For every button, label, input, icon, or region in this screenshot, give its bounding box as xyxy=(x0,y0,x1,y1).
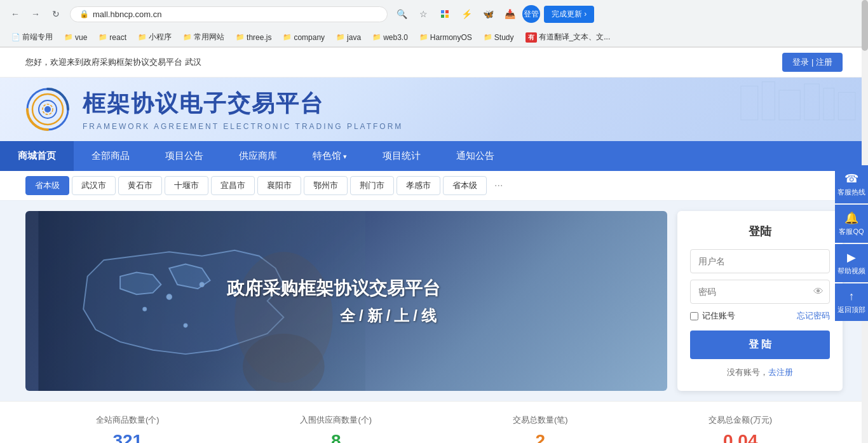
region-btn-jingmen[interactable]: 荆门市 xyxy=(350,176,394,195)
address-bar[interactable]: 🔒 mall.hbncp.com.cn xyxy=(70,6,388,22)
nav-item-suppliers[interactable]: 供应商库 xyxy=(221,141,295,171)
region-btn-province[interactable]: 省本级 xyxy=(25,176,69,195)
login-box-title: 登陆 xyxy=(690,224,830,239)
nav-item-featured[interactable]: 特色馆 xyxy=(295,141,365,171)
password-input-wrap: 👁 xyxy=(690,280,830,304)
login-button[interactable]: 登 陆 xyxy=(690,331,830,359)
region-btn-yichang[interactable]: 宜昌市 xyxy=(211,176,255,195)
refresh-button[interactable]: ↻ xyxy=(47,5,65,23)
search-browser-icon[interactable]: 🔍 xyxy=(393,5,410,23)
bookmark-icon-youdao: 有 xyxy=(526,32,537,43)
tab-icon1[interactable] xyxy=(436,5,454,23)
logo-text: 框架协议电子交易平台 FRAMEWORK AGREEMENT ELECTRONI… xyxy=(83,88,403,131)
region-btn-huangshi[interactable]: 黄石市 xyxy=(118,176,162,195)
bookmark-icon-web30: 📁 xyxy=(372,33,381,41)
bookmark-vue[interactable]: 📁 vue xyxy=(59,31,92,44)
region-btn-wuhan[interactable]: 武汉市 xyxy=(72,176,116,195)
nav-item-products[interactable]: 全部商品 xyxy=(74,141,147,171)
browser-chrome: ← → ↻ 🔒 mall.hbncp.com.cn 🔍 ☆ ⚡ 🦋 📥 登管 完… xyxy=(0,0,868,48)
bookmark-java[interactable]: 📁 java xyxy=(331,31,366,44)
stats-bar: 全站商品数量(个) 321 入围供应商数量(个) 8 交易总数量(笔) 2 交易… xyxy=(0,401,868,443)
url-text: mall.hbncp.com.cn xyxy=(93,10,161,19)
main-area: 政府采购框架协议交易平台 全/新/上/线 登陆 👁 记住账号 忘记密码 登 陆 … xyxy=(0,201,868,401)
bookmark-threejs[interactable]: 📁 three.js xyxy=(231,31,276,44)
stat-item-suppliers: 入围供应商数量(个) 8 xyxy=(300,414,372,443)
browser-actions: 🔍 ☆ ⚡ 🦋 📥 登管 完成更新 › xyxy=(393,5,594,23)
remember-me-label[interactable]: 记住账号 xyxy=(690,310,735,322)
right-sidebar: ☎ 客服热线 🔔 客服QQ ▶ 帮助视频 ↑ 返回顶部 xyxy=(835,165,868,321)
bookmark-icon-xiaochengxu: 📁 xyxy=(138,33,147,41)
scrollbar-thumb[interactable] xyxy=(862,0,868,51)
bookmark-react[interactable]: 📁 react xyxy=(93,31,132,44)
stat-label-suppliers: 入围供应商数量(个) xyxy=(300,414,372,426)
site-header: 框架协议电子交易平台 FRAMEWORK AGREEMENT ELECTRONI… xyxy=(0,78,868,141)
login-options: 记住账号 忘记密码 xyxy=(690,310,830,322)
sidebar-label-top: 返回顶部 xyxy=(837,305,865,315)
stat-value-suppliers: 8 xyxy=(300,431,372,443)
sidebar-btn-top[interactable]: ↑ 返回顶部 xyxy=(835,283,868,321)
nav-item-stats[interactable]: 项目统计 xyxy=(365,141,438,171)
region-btn-shiyan[interactable]: 十堰市 xyxy=(165,176,208,195)
bookmark-icon-java: 📁 xyxy=(336,33,345,41)
bookmark-web30[interactable]: 📁 web3.0 xyxy=(367,31,413,44)
bookmark-harmonyos[interactable]: 📁 HarmonyOS xyxy=(414,31,477,44)
bookmark-icon-company: 📁 xyxy=(283,33,292,41)
forward-button[interactable]: → xyxy=(27,5,44,23)
notice-text: 您好，欢迎来到政府采购框架协议交易平台 武汉 xyxy=(25,57,201,68)
eye-icon[interactable]: 👁 xyxy=(813,286,824,297)
tab-icon2[interactable]: ⚡ xyxy=(458,5,475,23)
top-notice-bar: 您好，欢迎来到政府采购框架协议交易平台 武汉 登录 | 注册 xyxy=(0,48,868,78)
region-btn-xiaogan[interactable]: 孝感市 xyxy=(397,176,440,195)
bookmark-icon-qianduanzhuanyong: 📄 xyxy=(11,33,20,41)
nav-item-notices[interactable]: 通知公告 xyxy=(438,141,512,171)
sidebar-btn-video[interactable]: ▶ 帮助视频 xyxy=(835,244,868,282)
browser-toolbar: ← → ↻ 🔒 mall.hbncp.com.cn 🔍 ☆ ⚡ 🦋 📥 登管 完… xyxy=(0,0,868,28)
region-btn-xiangyang[interactable]: 襄阳市 xyxy=(257,176,301,195)
bookmark-qianduanzhuanyong[interactable]: 📄 前端专用 xyxy=(6,30,58,44)
logo-title: 框架协议电子交易平台 xyxy=(83,88,403,119)
bookmark-company[interactable]: 📁 company xyxy=(278,31,330,44)
svg-point-7 xyxy=(44,106,51,112)
register-link[interactable]: 去注册 xyxy=(768,367,793,377)
stat-label-amount: 交易总金额(万元) xyxy=(709,414,772,426)
sidebar-label-video: 帮助视频 xyxy=(837,266,865,276)
login-register-button[interactable]: 登录 | 注册 xyxy=(782,53,843,72)
nav-item-home[interactable]: 商城首页 xyxy=(0,141,74,171)
video-icon: ▶ xyxy=(847,250,856,264)
stat-item-transactions: 交易总数量(笔) 2 xyxy=(513,414,568,443)
complete-update-button[interactable]: 完成更新 › xyxy=(544,6,594,23)
bookmark-icon-threejs: 📁 xyxy=(236,33,245,41)
sidebar-btn-hotline[interactable]: ☎ 客服热线 xyxy=(835,165,868,203)
tab-icon3[interactable]: 🦋 xyxy=(479,5,497,23)
region-btn-ezhou[interactable]: 鄂州市 xyxy=(304,176,348,195)
password-input[interactable] xyxy=(690,280,830,304)
banner: 政府采购框架协议交易平台 全/新/上/线 xyxy=(25,211,667,391)
logo-circle xyxy=(25,87,70,132)
forgot-password-link[interactable]: 忘记密码 xyxy=(797,310,830,322)
bookmark-xiaochengxu[interactable]: 📁 小程序 xyxy=(133,30,177,44)
bookmark-icon-vue: 📁 xyxy=(64,33,73,41)
profile-button[interactable]: 登管 xyxy=(522,5,540,23)
stat-value-amount: 0.04 xyxy=(709,431,772,443)
region-more-btn[interactable]: ··· xyxy=(489,177,508,194)
bookmark-youdao[interactable]: 有 有道翻译_文本、文... xyxy=(520,30,616,44)
phone-icon: ☎ xyxy=(844,172,858,186)
sidebar-btn-qq[interactable]: 🔔 客服QQ xyxy=(835,205,868,243)
remember-me-checkbox[interactable] xyxy=(690,312,698,320)
svg-rect-1 xyxy=(445,10,449,13)
username-input[interactable] xyxy=(690,249,830,273)
stat-label-transactions: 交易总数量(笔) xyxy=(513,414,568,426)
star-icon[interactable]: ☆ xyxy=(414,5,432,23)
bookmark-changyongwangzhan[interactable]: 📁 常用网站 xyxy=(178,30,229,44)
bookmark-icon-study: 📁 xyxy=(484,33,492,41)
bookmark-icon-changyongwangzhan: 📁 xyxy=(183,33,192,41)
tab-icon4[interactable]: 📥 xyxy=(501,5,519,23)
login-box: 登陆 👁 记住账号 忘记密码 登 陆 没有账号，去注册 xyxy=(677,211,843,391)
page-content: 您好，欢迎来到政府采购框架协议交易平台 武汉 登录 | 注册 框架协议电子交易平… xyxy=(0,48,868,443)
nav-item-announcements[interactable]: 项目公告 xyxy=(147,141,221,171)
bookmark-study[interactable]: 📁 Study xyxy=(478,31,519,44)
region-btn-province2[interactable]: 省本级 xyxy=(443,176,487,195)
svg-point-14 xyxy=(184,324,187,327)
bookmark-icon-harmonyos: 📁 xyxy=(419,33,428,41)
back-button[interactable]: ← xyxy=(6,5,24,23)
